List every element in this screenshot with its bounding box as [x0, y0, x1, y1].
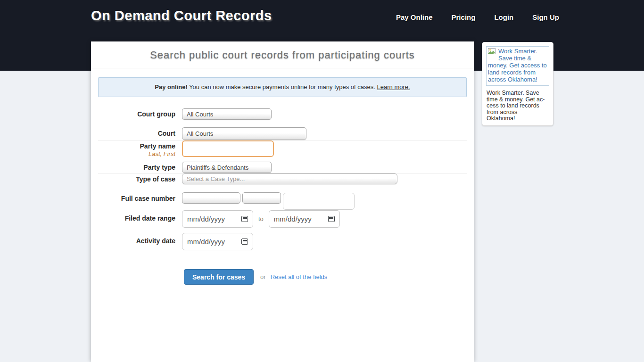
- site-title[interactable]: On Demand Court Records: [91, 8, 272, 24]
- party-type-selected-value: Plaintiffs & Defendants: [187, 164, 248, 171]
- form-row-party-name: Party name Last, First: [98, 140, 467, 157]
- ad-caption-line: Oklahoma!: [487, 115, 549, 122]
- case-type-select[interactable]: Select a Case Type...: [182, 173, 397, 184]
- form-row-case-number: Full case number: [98, 192, 467, 210]
- form-row-case-type: Type of case Select a Case Type...: [98, 173, 467, 184]
- page-title: Search public court records from partici…: [91, 41, 474, 68]
- or-text: or: [260, 273, 266, 280]
- form-row-filed-date-range: Filed date range mm/dd/yyyy to mm/dd/yyy…: [98, 210, 467, 228]
- party-name-hint: Last, First: [98, 150, 175, 157]
- main-nav: Pay Online Pricing Login Sign Up: [396, 13, 559, 21]
- ad-caption: Work Smarter. Save time & money. Get ac-…: [486, 90, 549, 122]
- party-type-select[interactable]: Plaintiffs & Defendants: [182, 162, 272, 173]
- form-row-party-type: Party type Plaintiffs & Defendants: [98, 162, 467, 173]
- sidebar-ad-card: Work Smarter. Save time & money. Get acc…: [482, 42, 553, 126]
- filed-date-end-input[interactable]: mm/dd/yyyy: [269, 210, 340, 228]
- form-row-court: Court All Courts: [98, 127, 467, 140]
- case-type-placeholder: Select a Case Type...: [187, 175, 245, 182]
- court-group-select[interactable]: All Courts: [182, 108, 272, 120]
- filed-date-range-label: Filed date range: [98, 210, 175, 222]
- case-type-label: Type of case: [98, 173, 175, 183]
- ad-caption-line: cess to land records: [487, 103, 549, 109]
- court-select[interactable]: All Courts: [182, 127, 306, 140]
- banner-text: You can now make secure payments online …: [189, 83, 375, 90]
- banner-bold-text: Pay online!: [155, 83, 187, 90]
- party-name-label: Party name: [98, 142, 175, 150]
- calendar-icon[interactable]: [241, 216, 248, 222]
- filed-date-start-input[interactable]: mm/dd/yyyy: [182, 210, 253, 228]
- nav-pay-online[interactable]: Pay Online: [396, 13, 433, 21]
- court-label: Court: [98, 127, 175, 137]
- nav-login[interactable]: Login: [494, 13, 513, 21]
- party-name-input[interactable]: [182, 140, 274, 157]
- nav-sign-up[interactable]: Sign Up: [532, 13, 559, 21]
- case-number-part2-select[interactable]: [242, 192, 281, 204]
- case-number-part3-input[interactable]: [283, 193, 355, 210]
- ad-caption-line: time & money. Get ac-: [487, 97, 549, 103]
- court-selected-value: All Courts: [187, 130, 213, 137]
- learn-more-link[interactable]: Learn more.: [377, 83, 410, 90]
- date-range-joiner: to: [258, 215, 264, 222]
- activity-date-label: Activity date: [98, 233, 175, 245]
- ad-caption-line: Work Smarter. Save: [487, 90, 549, 97]
- ad-caption-line: from across: [487, 109, 549, 116]
- case-number-label: Full case number: [98, 192, 175, 202]
- nav-pricing[interactable]: Pricing: [452, 13, 476, 21]
- form-row-court-group: Court group All Courts: [98, 108, 467, 120]
- pay-online-banner: Pay online! You can now make secure paym…: [98, 77, 467, 97]
- ad-image-link[interactable]: Work Smarter. Save time & money. Get acc…: [486, 46, 549, 86]
- reset-fields-link[interactable]: Reset all of the fields: [271, 273, 328, 280]
- search-for-cases-button[interactable]: Search for cases: [184, 269, 254, 285]
- broken-image-icon: [488, 48, 497, 56]
- form-actions-row: Search for cases or Reset all of the fie…: [98, 269, 467, 285]
- activity-date-placeholder: mm/dd/yyyy: [187, 238, 225, 246]
- calendar-icon[interactable]: [328, 216, 335, 222]
- activity-date-input[interactable]: mm/dd/yyyy: [182, 233, 253, 250]
- court-group-label: Court group: [98, 108, 175, 118]
- case-number-part1-select[interactable]: [182, 192, 240, 204]
- search-card: Search public court records from partici…: [91, 41, 474, 362]
- party-name-label-stack: Party name Last, First: [98, 140, 175, 157]
- form-row-activity-date: Activity date mm/dd/yyyy: [98, 233, 467, 250]
- court-group-selected-value: All Courts: [187, 111, 213, 118]
- party-type-label: Party type: [98, 162, 175, 171]
- filed-date-end-placeholder: mm/dd/yyyy: [274, 215, 312, 223]
- calendar-icon[interactable]: [241, 239, 248, 245]
- filed-date-start-placeholder: mm/dd/yyyy: [187, 215, 225, 223]
